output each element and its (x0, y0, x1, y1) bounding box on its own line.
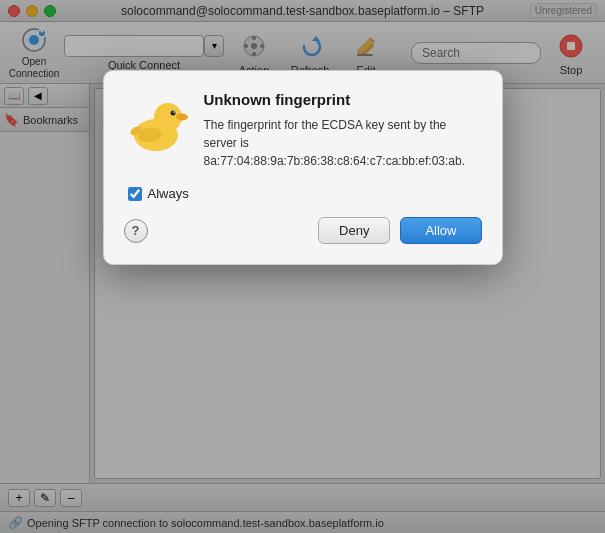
duck-icon (124, 91, 188, 155)
modal-body: The fingerprint for the ECDSA key sent b… (204, 116, 482, 170)
always-checkbox[interactable] (128, 187, 142, 201)
modal-text-area: Unknown fingerprint The fingerprint for … (204, 91, 482, 170)
modal-header: Unknown fingerprint The fingerprint for … (124, 91, 482, 170)
help-button[interactable]: ? (124, 219, 148, 243)
modal-title: Unknown fingerprint (204, 91, 482, 108)
modal-overlay: Unknown fingerprint The fingerprint for … (0, 0, 605, 533)
allow-button[interactable]: Allow (400, 217, 481, 244)
svg-point-20 (176, 114, 188, 121)
modal-checkbox-row: Always (124, 186, 482, 201)
modal-action-buttons: Deny Allow (318, 217, 481, 244)
modal-body-text: The fingerprint for the ECDSA key sent b… (204, 118, 466, 168)
svg-point-19 (173, 111, 175, 113)
deny-button[interactable]: Deny (318, 217, 390, 244)
fingerprint-dialog: Unknown fingerprint The fingerprint for … (103, 70, 503, 265)
modal-buttons: ? Deny Allow (124, 217, 482, 244)
svg-point-18 (170, 111, 175, 116)
always-label: Always (148, 186, 189, 201)
